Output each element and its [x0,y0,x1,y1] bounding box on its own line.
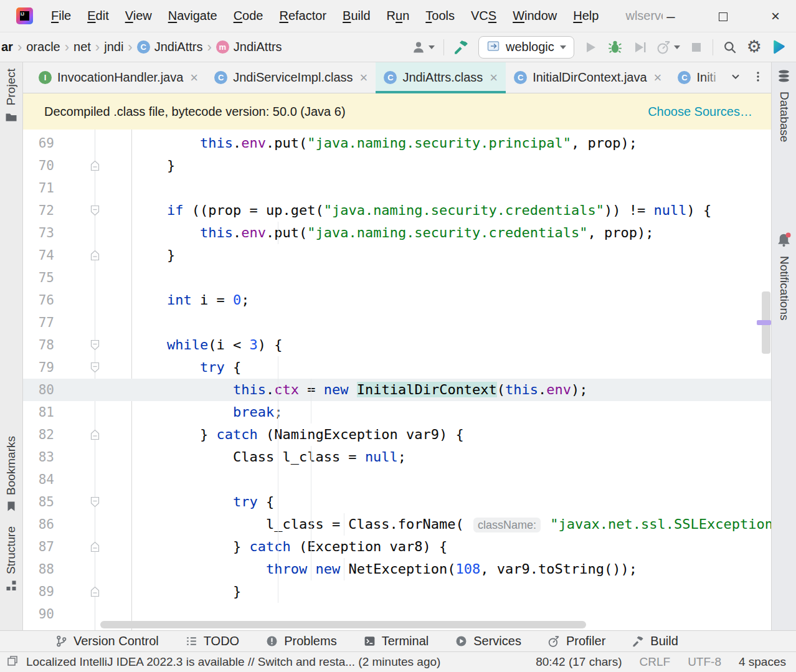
line-number[interactable]: 82 [23,424,54,446]
tool-window-button-services[interactable]: Services [455,634,521,648]
editor-tab-initialdircontext-java[interactable]: CInitialDirContext.java× [506,62,670,93]
breadcrumb-item-oracle[interactable]: oracle [26,40,60,54]
menu-file[interactable]: File [43,5,79,27]
code-line-74[interactable]: 74 } [23,244,771,267]
tab-options-kebab-icon[interactable] [751,70,765,86]
menu-tools[interactable]: Tools [417,5,463,27]
profiler-button[interactable] [656,39,680,55]
menu-navigate[interactable]: Navigate [160,5,225,27]
close-button[interactable]: × [767,8,784,24]
breadcrumb-item-jndiattrs[interactable]: CJndiAttrs [137,40,203,54]
fold-marker-down[interactable] [90,204,100,219]
tool-window-button-problems[interactable]: Problems [265,634,336,648]
close-tab-icon[interactable]: × [190,72,198,84]
code-line-76[interactable]: 76 int i = 0; [23,289,771,311]
menu-run[interactable]: Run [379,5,418,27]
breadcrumb-item-ar[interactable]: ar [1,40,13,54]
menu-build[interactable]: Build [334,5,378,27]
status-message-area[interactable]: Localized IntelliJ IDEA 2022.3 is availa… [6,655,440,670]
menu-window[interactable]: Window [505,5,565,27]
line-number[interactable]: 76 [23,289,54,311]
editor-tab-jndiattrs-class[interactable]: CJndiAttrs.class× [376,62,506,93]
settings-gear-icon[interactable]: ⚙ [747,39,762,55]
line-number[interactable]: 88 [23,558,54,580]
code-line-69[interactable]: 69 this.env.put("java.naming.security.pr… [23,132,771,154]
tool-window-button-profiler[interactable]: Profiler [547,634,605,648]
menu-refactor[interactable]: Refactor [271,5,334,27]
caret-position-widget[interactable]: 80:42 (17 chars) [536,655,622,669]
line-number[interactable]: 85 [23,491,54,513]
fold-marker-up[interactable] [90,541,100,556]
maximize-button[interactable] [715,8,731,24]
close-tab-icon[interactable]: × [490,72,498,84]
menu-view[interactable]: View [117,5,160,27]
run-button[interactable] [583,40,598,55]
line-number[interactable]: 80 [23,379,54,401]
menu-help[interactable]: Help [565,5,607,27]
line-number[interactable]: 73 [23,222,54,244]
line-number[interactable]: 78 [23,334,54,356]
breadcrumb-item-jndi[interactable]: jndi [104,40,123,54]
tool-window-button-build[interactable]: Build [632,634,678,648]
code-line-77[interactable]: 77 [23,311,771,334]
line-number[interactable]: 84 [23,468,54,491]
tool-window-button-project[interactable]: Project [0,69,22,126]
code-line-81[interactable]: 81 break; [23,401,771,424]
search-everywhere-icon[interactable] [722,39,738,55]
line-number[interactable]: 72 [23,199,54,222]
breadcrumb-item-jndiattrs[interactable]: mJndiAttrs [216,40,282,54]
tool-window-button-bookmarks[interactable]: Bookmarks [0,436,22,515]
line-ending-widget[interactable]: CRLF [640,655,671,669]
run-configuration-selector[interactable]: weblogic [478,36,574,59]
minimize-button[interactable]: – [663,8,679,24]
line-number[interactable]: 86 [23,513,54,536]
user-profile-icon[interactable] [411,40,435,55]
code-line-75[interactable]: 75 [23,267,771,289]
code-line-79[interactable]: 79 try { [23,356,771,379]
code-line-71[interactable]: 71 [23,177,771,199]
choose-sources-link[interactable]: Choose Sources… [648,105,752,119]
code-line-70[interactable]: 70 } [23,154,771,177]
hidden-tabs-chevron-icon[interactable] [729,70,742,86]
menu-vcs[interactable]: VCS [463,5,505,27]
fold-marker-up[interactable] [90,159,100,174]
editor-tab-jndiserviceimpl-class[interactable]: CJndiServiceImpl.class× [206,62,376,93]
line-number[interactable]: 83 [23,446,54,468]
build-hammer-icon[interactable] [453,39,470,55]
code-line-85[interactable]: 85 try { [23,491,771,513]
debug-button[interactable] [607,39,623,55]
fold-marker-down[interactable] [90,339,100,354]
horizontal-scrollbar[interactable] [100,621,586,628]
code-line-86[interactable]: 86 l_class = Class.forName( className: "… [23,513,771,536]
code-line-83[interactable]: 83 Class l_class = null; [23,446,771,468]
stop-button[interactable] [689,40,704,55]
code-line-88[interactable]: 88 throw new NetException(108, var9.toSt… [23,558,771,580]
plugin-logo-icon[interactable] [770,39,787,55]
tool-window-button-terminal[interactable]: Terminal [363,634,429,648]
line-number[interactable]: 87 [23,536,54,558]
line-number[interactable]: 79 [23,356,54,379]
fold-marker-up[interactable] [90,249,100,264]
tool-window-button-notifications[interactable]: Notifications [772,232,796,321]
tool-window-button-todo[interactable]: TODO [185,634,239,648]
menu-code[interactable]: Code [225,5,272,27]
line-number[interactable]: 75 [23,267,54,289]
editor-tab-invocationhandler-java[interactable]: IInvocationHandler.java× [31,62,206,93]
code-editor[interactable]: 69 this.env.put("java.naming.security.pr… [23,130,771,630]
close-tab-icon[interactable]: × [654,72,662,84]
code-line-80[interactable]: 80 this.ctx = new InitialDirContext(this… [23,379,771,401]
breadcrumb-item-net[interactable]: net [73,40,91,54]
line-number[interactable]: 70 [23,154,54,177]
fold-marker-up[interactable] [90,428,100,443]
code-line-72[interactable]: 72 if ((prop = up.get("java.naming.secur… [23,199,771,222]
encoding-widget[interactable]: UTF-8 [688,655,721,669]
code-line-87[interactable]: 87 } catch (Exception var8) { [23,536,771,558]
editor-tab-initi[interactable]: CIniti [670,62,724,93]
code-line-89[interactable]: 89 } [23,580,771,603]
line-number[interactable]: 89 [23,580,54,603]
code-line-73[interactable]: 73 this.env.put("java.naming.security.cr… [23,222,771,244]
line-number[interactable]: 71 [23,177,54,199]
run-with-coverage-button[interactable] [632,40,647,55]
code-line-84[interactable]: 84 [23,468,771,491]
indent-widget[interactable]: 4 spaces [739,655,786,669]
